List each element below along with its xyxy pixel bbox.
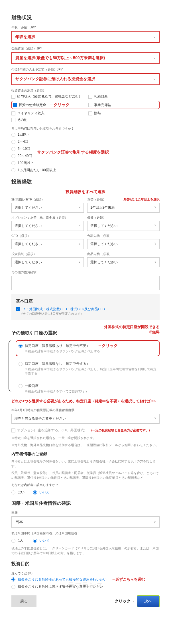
nationality-label: 国籍 xyxy=(11,511,160,515)
freq-annot: サクソバンク証券で取引する頻度を選択 xyxy=(37,150,109,155)
purpose-opt1: 損失をこうむる危険性があっても積極的な運用を行いたい xyxy=(18,577,107,582)
basic-account-option: FX・外国株式・株式指数CFD・株式CFD及び商品CFD xyxy=(21,307,105,312)
cfd-select[interactable]: 選択してください∨ xyxy=(11,239,84,249)
fx-label: 為替（必須） xyxy=(87,197,106,202)
chevron-down-icon: ∨ xyxy=(153,35,156,39)
income-select[interactable]: 年収を選択 ∨ xyxy=(11,31,160,43)
cb-royalty[interactable] xyxy=(11,111,15,115)
option-label: オプション：為替、株、貴金属（必須） xyxy=(11,216,84,220)
click-annot: ←クリック xyxy=(50,102,70,107)
other-account-free: ※無料 xyxy=(104,330,160,335)
radio-us-no[interactable] xyxy=(33,539,37,543)
futures-label: 金融先物（必須） xyxy=(87,234,160,238)
option-note: (一定の投資経験と資金余力が必要です。) xyxy=(91,428,150,432)
bracket-decoration xyxy=(9,340,14,392)
account-opt-3[interactable]: 一般口座 ※税金の計算や手続きをすべてご自身で行う xyxy=(16,381,160,396)
radio-opt3[interactable] xyxy=(19,384,23,388)
stock-label: 株(現物)／ETF（必須） xyxy=(11,197,84,202)
trust-label: 投資信託（必須） xyxy=(11,252,84,256)
other-exp-textarea[interactable] xyxy=(11,276,160,290)
experience-title: 投資経験 xyxy=(11,178,160,185)
opt2-note: ※税金の計算や手続きをサクソバンク証券が代行し、特定口座年間取引報告書を利用して… xyxy=(25,367,157,376)
cb-inheritance-label: 相続財産 xyxy=(94,94,108,99)
commodity-select[interactable]: 選択してください∨ xyxy=(87,257,160,267)
account-opt-2[interactable]: 特定口座（源泉徴収なし 確定申告する） ※税金の計算や手続きをサクソバンク証券が… xyxy=(16,359,160,378)
cb-basic-account[interactable] xyxy=(16,307,20,311)
income-label: 年収（必須）JPY xyxy=(11,25,160,30)
bond-select[interactable]: 選択してください∨ xyxy=(87,221,160,231)
trust-select[interactable]: 選択してください∨ xyxy=(11,257,84,267)
freq-opt-4: 100回以上 xyxy=(18,161,34,165)
radio-opt1[interactable] xyxy=(19,344,23,348)
radio-us-yes[interactable] xyxy=(11,539,15,543)
next-button[interactable]: 次へ xyxy=(137,595,160,607)
fx-select[interactable]: 1年以上3年未満∨ xyxy=(87,203,160,213)
cb-option-account[interactable] xyxy=(11,428,15,432)
option-cb-label: オプション口座を追加する。(FX、外国株式) xyxy=(17,428,85,433)
opt1-click: ←クリック xyxy=(98,343,118,348)
income-select-text: 年収を選択 xyxy=(15,34,35,40)
nationality-title: 国籍・米国居住者情報の確認 xyxy=(11,500,160,506)
insider-desc2: 役員（取締役、監査役等）、役員の配偶者・同居者、従業員（派遣社員やアルバイト等を… xyxy=(11,471,160,480)
insider-yes: はい xyxy=(18,490,25,495)
opt1-label: 特定口座（源泉徴収あり 確定申告不要） xyxy=(25,343,90,348)
deposit-label: 今後1年間の入金予定額（必須）JPY xyxy=(11,67,160,72)
assets-select[interactable]: 資産を選択(最低でも50万以上～500万未満を選択) ∨ xyxy=(11,52,160,64)
commodity-label: 商品先物（必須） xyxy=(87,252,160,256)
fine1: ※特定口座を選択された場合も、一般口座は開設されます。 xyxy=(11,436,160,440)
cb-gift-label: 贈与 xyxy=(94,111,101,116)
account-opt-1[interactable]: 特定口座（源泉徴収あり 確定申告不要）←クリック ※税金の計算や手続きをサクソバ… xyxy=(16,340,160,356)
cb-gift[interactable] xyxy=(88,111,92,115)
insider-desc: 内部者とは上場会社等の関係者をいい、主に上場会社とその親会社・子会社に関する以下… xyxy=(11,459,160,468)
cb-investment[interactable] xyxy=(13,103,17,107)
freq-opt-2: 5～19回 xyxy=(18,146,30,151)
radio-freq-1[interactable] xyxy=(11,140,15,144)
basic-account-title: 基本口座 xyxy=(16,299,155,304)
cb-royalty-label: ロイヤリティ収入 xyxy=(17,111,44,116)
cb-business-label: 事業売却益 xyxy=(94,103,111,107)
stock-select[interactable]: 選択してください∨ xyxy=(11,203,84,213)
radio-opt2[interactable] xyxy=(19,362,23,366)
fine2: ※海外先物・海外商品先物口座を追加する場合は、口座開設後に取引ツールからお問い合… xyxy=(11,443,160,448)
other-account-title: その他取引口座の選択 xyxy=(11,330,57,336)
radio-purpose-1[interactable] xyxy=(11,577,15,581)
radio-freq-0[interactable] xyxy=(11,133,15,137)
radio-freq-2[interactable] xyxy=(11,147,15,151)
assets-select-text: 資産を選択(最低でも50万以上～500万未満を選択) xyxy=(15,55,105,61)
cb-other[interactable] xyxy=(11,118,15,122)
deposit-select[interactable]: サクソバンク証券に預け入れる投資金を選択 ∨ xyxy=(11,73,160,85)
purpose-label: 選んでください xyxy=(11,571,160,575)
chevron-down-icon: ∨ xyxy=(153,77,156,81)
radio-insider-yes[interactable] xyxy=(11,490,15,494)
address-label: 本年1月1日時点の住民票記載の居住都道府県 xyxy=(11,408,160,412)
insider-title: 内部者情報のご登録 xyxy=(11,452,160,457)
freq-opt-3: 20～49回 xyxy=(18,154,32,158)
cb-salary[interactable] xyxy=(11,95,15,99)
insider-no: いいえ xyxy=(39,490,50,495)
freq-opt-5: 1ヵ月間あたり100回以上 xyxy=(18,168,56,173)
source-label: 投資資金の源泉（必須） xyxy=(11,88,160,93)
radio-purpose-2[interactable] xyxy=(11,585,15,589)
futures-select[interactable]: 選択してください∨ xyxy=(87,239,160,249)
opt3-note: ※税金の計算や手続きをすべてご自身で行う xyxy=(25,389,157,394)
us-no: いいえ xyxy=(39,538,50,543)
freq-opt-1: 2～4回 xyxy=(18,139,28,144)
us-yes: はい xyxy=(18,538,25,543)
account-red-note: どれか1つを選択する必要があるため、特定口座（確定申告不要）を選択しておけばOK xyxy=(11,399,160,404)
basic-account-box: 基本口座 FX・外国株式・株式指数CFD・株式CFD及び商品CFD (全ての口座… xyxy=(11,294,160,320)
radio-insider-no[interactable] xyxy=(33,490,37,494)
option-select[interactable]: 選択してください∨ xyxy=(11,221,84,231)
us-q: 私は米国市民（米国籍保有者）又は米国居住者； xyxy=(11,531,160,535)
address-select[interactable]: 現在と異なる場合ご変更ください∨ xyxy=(11,414,160,424)
radio-freq-4[interactable] xyxy=(11,161,15,165)
other-exp-label: その他の投資経験 xyxy=(11,270,160,274)
cb-business[interactable] xyxy=(88,103,92,107)
cb-inheritance[interactable] xyxy=(88,95,92,99)
nationality-select[interactable]: 日本∨ xyxy=(11,516,160,528)
insider-q: あなたは内部者に該当しますか？ xyxy=(11,483,160,487)
back-button[interactable]: 戻る xyxy=(11,595,36,607)
radio-freq-5[interactable] xyxy=(11,168,15,172)
purpose-opt2: 損失をこうむる危険は冒さず安全確実な運用を行いたい xyxy=(18,584,103,589)
freq-label: 月に平均何回程度のお取引をお考えですか？ xyxy=(11,127,160,131)
radio-freq-3[interactable] xyxy=(11,154,15,158)
